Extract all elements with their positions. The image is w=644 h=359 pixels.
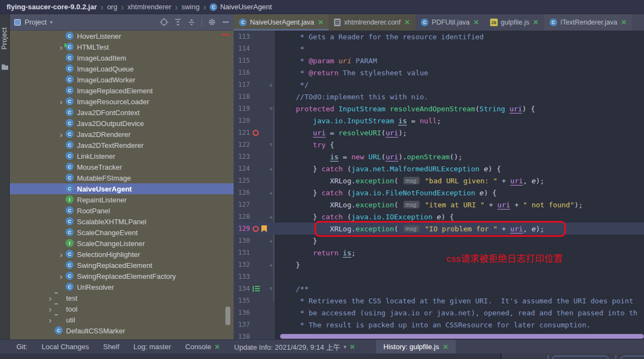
code-line-137[interactable]: 137 * The result is packed up into an CS…: [234, 319, 644, 331]
fold-down-icon[interactable]: ▿: [267, 106, 275, 111]
tab-xhtmlrenderer.conf[interactable]: xhtmlrenderer.conf✕: [329, 14, 415, 31]
tree-item-SelectionHighlighter[interactable]: ›CSelectionHighlighter: [10, 249, 234, 260]
code-line-128[interactable]: 128▵ } catch (java.io.IOException e) {: [234, 211, 644, 223]
tab-gulpfile.js[interactable]: JSgulpfile.js✕: [485, 14, 544, 31]
project-stripe-button[interactable]: Project: [1, 27, 8, 50]
expand-arrow-icon[interactable]: ›: [46, 305, 55, 313]
close-icon[interactable]: ✕: [349, 343, 355, 351]
tree-item-NaiveUserAgent[interactable]: CNaiveUserAgent: [10, 183, 234, 194]
fold-up-icon[interactable]: ▵: [267, 214, 275, 219]
close-icon[interactable]: ✕: [474, 19, 479, 26]
breadcrumb-item[interactable]: flying-saucer-core-9.0.2.jar: [7, 3, 97, 11]
tree-item-ScalableXHTMLPanel[interactable]: CScalableXHTMLPanel: [10, 216, 234, 227]
tree-item-Java2DRenderer[interactable]: ›CJava2DRenderer: [10, 129, 234, 140]
code-line-125[interactable]: 125 XRLog.exception( msg: "bad URL given…: [234, 175, 644, 187]
tab-PDFUtil.java[interactable]: CPDFUtil.java✕: [415, 14, 485, 31]
tree-item-DefaultCSSMarker[interactable]: CDefaultCSSMarker: [10, 325, 234, 336]
code-line-133[interactable]: 133: [234, 271, 644, 283]
code-line-136[interactable]: 136 * be accessed (using java.io or java…: [234, 307, 644, 319]
git-bar-History: gulpfile.js[interactable]: History: gulpfile.js✕: [376, 340, 456, 354]
tree-item-MutableFSImage[interactable]: CMutableFSImage: [10, 172, 234, 183]
code-line-117[interactable]: 117▵ */: [234, 79, 644, 91]
tree-item-ImageLoadWorker[interactable]: CImageLoadWorker: [10, 74, 234, 85]
code-line-120[interactable]: 120 java.io.InputStream is = null;: [234, 115, 644, 127]
tree-item-ImageReplacedElement[interactable]: CImageReplacedElement: [10, 85, 234, 96]
code-editor[interactable]: 113 * Gets a Reader for the resource ide…: [234, 31, 644, 339]
expand-arrow-icon[interactable]: ›: [46, 316, 55, 324]
fold-up-icon[interactable]: ▵: [267, 190, 275, 195]
code-line-113[interactable]: 113 * Gets a Reader for the resource ide…: [234, 31, 644, 43]
tree-item-Java2DTextRenderer[interactable]: CJava2DTextRenderer: [10, 140, 234, 151]
expand-arrow-icon[interactable]: ›: [57, 98, 65, 106]
code-line-118[interactable]: 118//TOdO:implement this with nio.: [234, 91, 644, 103]
hide-panel-icon[interactable]: [222, 19, 229, 26]
chevron-down-icon[interactable]: ▾: [50, 19, 52, 25]
code-line-135[interactable]: 135 * Retrieves the CSS located at the g…: [234, 295, 644, 307]
tree-item-ImageLoadItem[interactable]: CImageLoadItem: [10, 52, 234, 63]
project-panel-title[interactable]: Project: [25, 18, 46, 26]
tree-item-LinkListener[interactable]: CLinkListener: [10, 151, 234, 161]
bookmark-icon[interactable]: [261, 225, 267, 232]
tree-item-Java2DFontContext[interactable]: CJava2DFontContext: [10, 107, 234, 118]
fold-up-icon[interactable]: ▵: [267, 262, 275, 267]
code-line-134[interactable]: 134▿/**: [234, 283, 644, 295]
breadcrumb-item[interactable]: swing: [181, 3, 199, 11]
code-line-114[interactable]: 114 *: [234, 43, 644, 55]
code-line-124[interactable]: 124▵ } catch (java.net.MalformedURLExcep…: [234, 163, 644, 175]
git-bar-Update Info: 2021/4/29, 9:14 上午[interactable]: Update Info: 2021/4/29, 9:14 上午▾✕: [234, 342, 355, 352]
breakpoint-icon[interactable]: [253, 226, 259, 232]
tree-item-tool[interactable]: ›tool: [10, 303, 234, 314]
code-line-126[interactable]: 126▵ } catch (java.io.FileNotFoundExcept…: [234, 187, 644, 199]
fold-down-icon[interactable]: ▿: [267, 286, 275, 291]
code-line-115[interactable]: 115 * @param uri PARAM: [234, 55, 644, 67]
code-line-123[interactable]: 123 is = new URL(uri).openStream();: [234, 151, 644, 163]
tree-item-UriResolver[interactable]: CUriResolver: [10, 282, 234, 292]
code-line-122[interactable]: 122▿ try {: [234, 139, 644, 151]
tab-ITextRenderer.java[interactable]: CITextRenderer.java✕: [544, 14, 632, 31]
close-icon[interactable]: ✕: [621, 19, 627, 26]
settings-gear-icon[interactable]: [208, 18, 216, 26]
horizontal-scrollbar[interactable]: [280, 334, 644, 339]
tab-NaiveUserAgent.java[interactable]: CNaiveUserAgent.java✕: [234, 14, 329, 31]
git-bar-Log: master[interactable]: Log: master: [134, 343, 171, 351]
breadcrumb-item[interactable]: org: [107, 3, 117, 11]
fold-up-icon[interactable]: ▵: [267, 166, 275, 171]
code-line-116[interactable]: 116 * @return The stylesheet value: [234, 67, 644, 79]
tree-item-MouseTracker[interactable]: CMouseTracker: [10, 161, 234, 172]
fold-down-icon[interactable]: ▿: [267, 142, 275, 147]
tree-item-util[interactable]: ›util: [10, 314, 234, 325]
tree-item-SwingReplacedElement[interactable]: CSwingReplacedElement: [10, 260, 234, 271]
code-line-121[interactable]: 121 uri = resolveURI(uri);: [234, 127, 644, 139]
chevron-down-icon[interactable]: ▾: [343, 344, 346, 350]
expand-arrow-icon[interactable]: ›: [57, 250, 65, 259]
code-line-127[interactable]: 127 XRLog.exception( msg: "item at URI "…: [234, 199, 644, 211]
code-line-119[interactable]: 119▿protected InputStream resolveAndOpen…: [234, 103, 644, 115]
tree-item-SwingReplacedElementFactory[interactable]: ›CSwingReplacedElementFactory: [10, 271, 234, 282]
tree-item-ScaleChangeEvent[interactable]: CScaleChangeEvent: [10, 227, 234, 238]
tree-item-ImageLoadQueue[interactable]: CImageLoadQueue: [10, 63, 234, 74]
tree-item-ScaleChangeListener[interactable]: IScaleChangeListener: [10, 238, 234, 249]
folder-icon[interactable]: [2, 62, 8, 72]
expand-all-icon[interactable]: [174, 19, 182, 26]
close-icon[interactable]: ✕: [404, 19, 410, 26]
fold-up-icon[interactable]: ▵: [267, 238, 275, 243]
close-icon[interactable]: ✕: [443, 343, 448, 351]
close-icon[interactable]: ✕: [533, 19, 539, 26]
git-bar-Console[interactable]: Console✕: [185, 343, 220, 351]
close-icon[interactable]: ✕: [318, 19, 323, 26]
expand-arrow-icon[interactable]: ›: [46, 294, 55, 302]
tree-item-ImageResourceLoader[interactable]: ›CImageResourceLoader: [10, 96, 234, 107]
tree-item-RootPanel[interactable]: CRootPanel: [10, 205, 234, 216]
git-bar-Shelf[interactable]: Shelf: [103, 343, 120, 351]
breadcrumb-item[interactable]: NaiveUserAgent: [220, 3, 272, 11]
breakpoint-icon[interactable]: [253, 130, 259, 136]
tree-item-HTMLTest[interactable]: ›CHTMLTest: [10, 41, 234, 52]
breadcrumb-item[interactable]: xhtmlrenderer: [128, 3, 171, 11]
close-icon[interactable]: ✕: [214, 343, 220, 351]
code-line-131[interactable]: 131 return is;: [234, 247, 644, 259]
code-line-132[interactable]: 132▵}: [234, 259, 644, 271]
tree-item-test[interactable]: ›test: [10, 292, 234, 303]
fold-up-icon[interactable]: ▵: [267, 82, 275, 87]
tree-item-RepaintListener[interactable]: IRepaintListener: [10, 194, 234, 205]
git-bar-Local Changes[interactable]: Local Changes: [41, 343, 89, 351]
